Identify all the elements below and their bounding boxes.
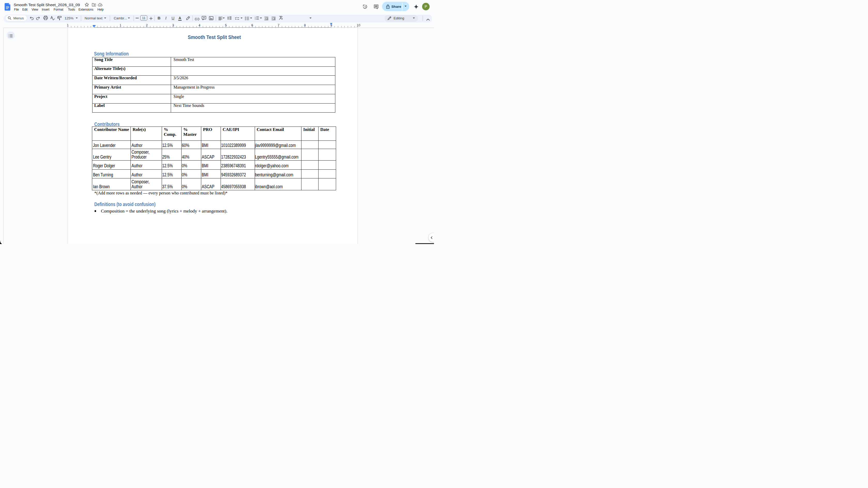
svg-text:3: 3	[255, 19, 256, 20]
